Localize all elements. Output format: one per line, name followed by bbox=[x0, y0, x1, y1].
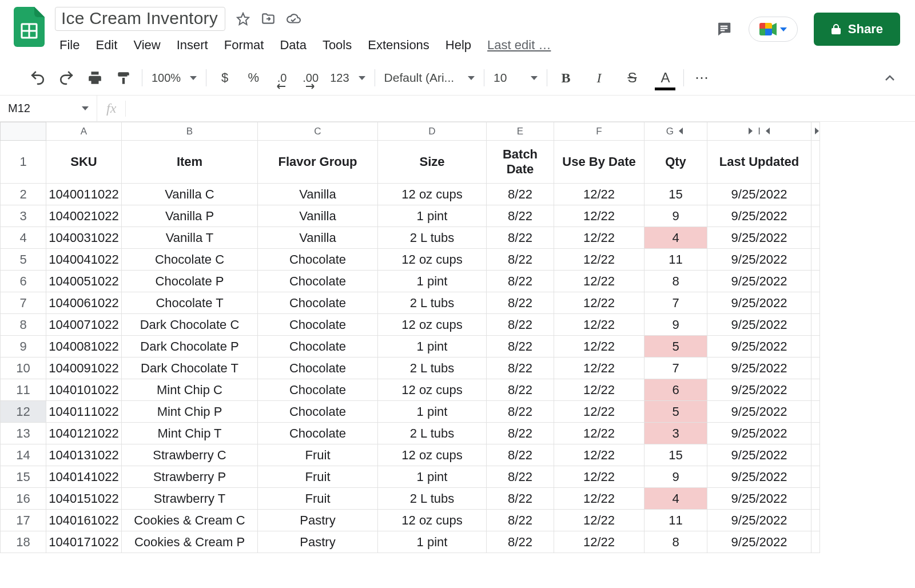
cell[interactable]: 1040101022 bbox=[46, 379, 122, 401]
cell[interactable]: 12/22 bbox=[554, 336, 645, 357]
paint-format-icon[interactable] bbox=[114, 69, 133, 87]
cell[interactable]: 9/25/2022 bbox=[707, 488, 811, 510]
row-header[interactable]: 1 bbox=[1, 141, 46, 184]
cell[interactable]: 5 bbox=[645, 401, 707, 423]
table-header-cell[interactable]: Item bbox=[122, 141, 258, 184]
cell[interactable]: 12/22 bbox=[554, 292, 645, 314]
cell[interactable]: 8/22 bbox=[487, 184, 554, 205]
cell[interactable]: 8/22 bbox=[487, 314, 554, 336]
cell[interactable]: 12 oz cups bbox=[378, 249, 487, 271]
cell[interactable]: 7 bbox=[645, 357, 707, 379]
bold-button[interactable]: B bbox=[556, 69, 575, 87]
cell[interactable]: 12/22 bbox=[554, 423, 645, 444]
cell[interactable]: Pastry bbox=[258, 510, 378, 531]
cell[interactable]: 1040131022 bbox=[46, 444, 122, 466]
cell[interactable]: Chocolate P bbox=[122, 271, 258, 292]
cell[interactable]: 8/22 bbox=[487, 531, 554, 553]
column-header[interactable]: C bbox=[258, 122, 378, 141]
cell[interactable]: 5 bbox=[645, 336, 707, 357]
cell[interactable]: Vanilla C bbox=[122, 184, 258, 205]
cell[interactable]: 9/25/2022 bbox=[707, 401, 811, 423]
row-header[interactable]: 9 bbox=[1, 336, 46, 357]
cell[interactable]: Vanilla bbox=[258, 227, 378, 249]
cell[interactable]: Dark Chocolate T bbox=[122, 357, 258, 379]
cell[interactable]: 12/22 bbox=[554, 227, 645, 249]
column-header[interactable]: B bbox=[122, 122, 258, 141]
cell[interactable]: 12 oz cups bbox=[378, 379, 487, 401]
scroll-left-icon[interactable] bbox=[766, 128, 770, 134]
cell[interactable]: Vanilla bbox=[258, 205, 378, 227]
cell[interactable]: 1040171022 bbox=[46, 531, 122, 553]
cell[interactable]: 9/25/2022 bbox=[707, 466, 811, 488]
text-color-button[interactable]: A bbox=[656, 69, 674, 87]
table-header-cell[interactable]: Last Updated bbox=[707, 141, 811, 184]
cell[interactable]: Chocolate bbox=[258, 336, 378, 357]
increase-decimal-button[interactable]: .00 bbox=[301, 69, 320, 87]
cell[interactable]: 12/22 bbox=[554, 205, 645, 227]
cell[interactable]: 9/25/2022 bbox=[707, 336, 811, 357]
last-edit-link[interactable]: Last edit … bbox=[487, 38, 551, 53]
cell[interactable]: Chocolate bbox=[258, 249, 378, 271]
cell[interactable]: Mint Chip C bbox=[122, 379, 258, 401]
italic-button[interactable]: I bbox=[590, 69, 608, 87]
cell[interactable]: 1040011022 bbox=[46, 184, 122, 205]
cell[interactable]: 2 L tubs bbox=[378, 292, 487, 314]
cell[interactable]: 1 pint bbox=[378, 271, 487, 292]
cell[interactable]: Strawberry T bbox=[122, 488, 258, 510]
menu-tools[interactable]: Tools bbox=[323, 38, 352, 53]
cell[interactable]: 2 L tubs bbox=[378, 488, 487, 510]
cell[interactable]: 12/22 bbox=[554, 357, 645, 379]
cell[interactable]: 4 bbox=[645, 227, 707, 249]
move-folder-icon[interactable] bbox=[261, 11, 276, 26]
column-header[interactable]: F bbox=[554, 122, 645, 141]
cell[interactable]: 9/25/2022 bbox=[707, 314, 811, 336]
row-header[interactable]: 12 bbox=[1, 401, 46, 423]
cell[interactable]: 8/22 bbox=[487, 379, 554, 401]
cell[interactable]: 1040091022 bbox=[46, 357, 122, 379]
menu-view[interactable]: View bbox=[133, 38, 160, 53]
more-tools-button[interactable]: ⋯ bbox=[693, 69, 711, 87]
cell[interactable]: 12/22 bbox=[554, 184, 645, 205]
cell[interactable]: 8/22 bbox=[487, 401, 554, 423]
zoom-select[interactable]: 100% bbox=[152, 71, 197, 85]
cell[interactable]: 8/22 bbox=[487, 271, 554, 292]
cell[interactable]: 9/25/2022 bbox=[707, 205, 811, 227]
cell[interactable]: 12/22 bbox=[554, 444, 645, 466]
row-header[interactable]: 17 bbox=[1, 510, 46, 531]
row-header[interactable]: 16 bbox=[1, 488, 46, 510]
cell[interactable]: 9 bbox=[645, 314, 707, 336]
cell[interactable]: 3 bbox=[645, 423, 707, 444]
cell[interactable]: 7 bbox=[645, 292, 707, 314]
collapse-toolbar-icon[interactable] bbox=[881, 69, 899, 87]
cell[interactable]: 9/25/2022 bbox=[707, 271, 811, 292]
font-size-select[interactable]: 10 bbox=[494, 71, 538, 85]
cell[interactable]: 9/25/2022 bbox=[707, 423, 811, 444]
cell[interactable]: 4 bbox=[645, 488, 707, 510]
font-select[interactable]: Default (Ari... bbox=[384, 71, 475, 85]
cell[interactable]: 12/22 bbox=[554, 466, 645, 488]
cell[interactable]: Fruit bbox=[258, 466, 378, 488]
print-icon[interactable] bbox=[86, 69, 104, 87]
cell[interactable]: 1040061022 bbox=[46, 292, 122, 314]
menu-file[interactable]: File bbox=[59, 38, 79, 53]
cell[interactable]: 2 L tubs bbox=[378, 357, 487, 379]
share-button[interactable]: Share bbox=[814, 13, 900, 46]
cell[interactable]: 12/22 bbox=[554, 488, 645, 510]
cell[interactable]: 9/25/2022 bbox=[707, 292, 811, 314]
cell[interactable]: 9/25/2022 bbox=[707, 444, 811, 466]
cell[interactable]: 1040151022 bbox=[46, 488, 122, 510]
cell[interactable]: 8/22 bbox=[487, 488, 554, 510]
cell[interactable]: 9/25/2022 bbox=[707, 184, 811, 205]
cell[interactable]: Chocolate bbox=[258, 379, 378, 401]
cell[interactable]: 2 L tubs bbox=[378, 423, 487, 444]
cell[interactable]: 1040041022 bbox=[46, 249, 122, 271]
cell[interactable]: 1 pint bbox=[378, 336, 487, 357]
cell[interactable]: Strawberry C bbox=[122, 444, 258, 466]
cell[interactable]: Cookies & Cream P bbox=[122, 531, 258, 553]
menu-edit[interactable]: Edit bbox=[96, 38, 117, 53]
cell[interactable]: 1040121022 bbox=[46, 423, 122, 444]
cell[interactable]: 8/22 bbox=[487, 357, 554, 379]
cell[interactable]: 9/25/2022 bbox=[707, 510, 811, 531]
menu-insert[interactable]: Insert bbox=[177, 38, 208, 53]
row-header[interactable]: 14 bbox=[1, 444, 46, 466]
